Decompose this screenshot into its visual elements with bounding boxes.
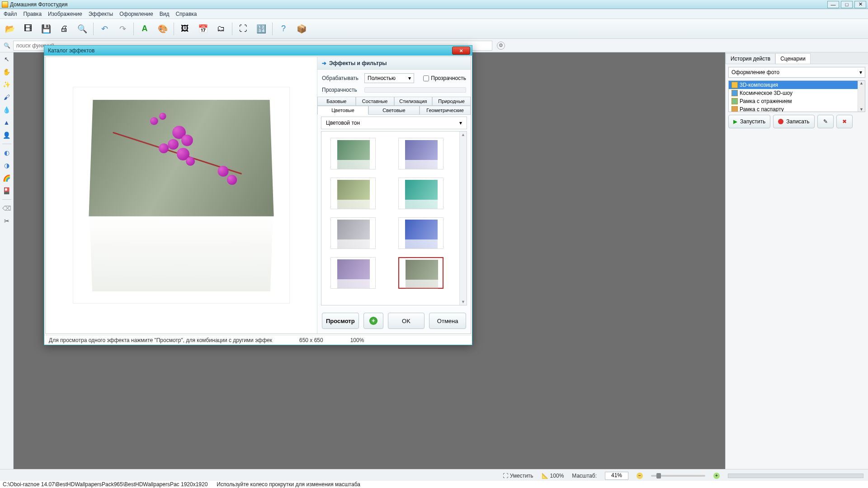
menu-file[interactable]: Файл [4,11,17,17]
maximize-button[interactable]: □ [841,1,853,8]
wand-tool[interactable]: ✨ [2,80,11,89]
text-button[interactable]: A [137,22,152,36]
arrow-icon: ➔ [322,60,326,66]
eraser-tool[interactable]: ⌫ [2,204,11,212]
tab-basic[interactable]: Базовые [317,97,356,106]
minimize-button[interactable]: — [827,1,839,8]
run-script-button[interactable]: ▶Запустить [728,115,770,128]
dialog-titlebar[interactable]: Каталог эффектов ✕ [44,46,472,56]
delete-script-button[interactable]: ✖ [836,115,853,128]
window-titlebar: Домашняя Фотостудия — □ ✕ [0,0,868,9]
separator [232,23,232,35]
fit-button[interactable]: ⛶ [236,22,250,36]
menu-image[interactable]: Изображение [48,11,82,17]
script-item-0[interactable]: 3D-композиция [729,81,865,89]
effect-thumb-1[interactable] [398,138,443,169]
menu-edit[interactable]: Правка [24,11,42,17]
blur-tool[interactable]: ◐ [2,149,11,157]
script-item-2[interactable]: Рамка с отражением [729,97,865,105]
dialog-dimensions: 650 x 650 [299,337,323,343]
image-button[interactable]: 🖼 [178,22,192,36]
package-button[interactable]: 📦 [294,22,309,36]
delete-icon: ✖ [842,118,847,125]
transparency-checkbox[interactable]: Прозрачность [423,75,466,81]
help-button[interactable]: ? [276,22,291,36]
effect-thumb-6[interactable] [330,257,376,289]
brush-tool[interactable]: 🖌 [2,93,11,101]
settings-gear-icon[interactable]: ⚙ [497,42,505,50]
zoom-value[interactable]: 41% [605,472,628,480]
menu-design[interactable]: Оформление [119,11,153,17]
effect-category-select[interactable]: Цветовой тон ▾ [321,117,467,129]
sharpen-tool[interactable]: ◑ [2,161,11,169]
effect-thumb-2[interactable] [330,178,376,209]
collage-button[interactable]: 🗂 [214,22,228,36]
tab-scripts[interactable]: Сценарии [775,53,810,64]
redo-button[interactable]: ↷ [115,22,130,36]
tab-compound[interactable]: Составные [356,97,394,106]
menu-view[interactable]: Вид [160,11,170,17]
process-select[interactable]: Полностью ▾ [364,73,414,83]
calendar-button[interactable]: 📅 [196,22,210,36]
add-effect-button[interactable]: + [363,313,383,329]
fill-tool[interactable]: ▲ [2,118,11,127]
effect-thumb-3[interactable] [398,178,443,209]
script-list[interactable]: 3D-композиция Космическое 3D-шоу Рамка с… [728,80,865,112]
save-button[interactable]: 💾 [39,22,53,36]
zoom-in-button[interactable]: + [713,473,720,479]
dialog-close-button[interactable]: ✕ [452,47,470,55]
tab-stylize[interactable]: Стилизация [394,97,433,106]
zoom-slider[interactable] [651,475,705,477]
file-path: C:\Oboi-raznoe 14.07\BestHDWallpapersPac… [3,481,208,488]
effect-thumb-4[interactable] [330,217,376,249]
palette-button[interactable]: 🎨 [156,22,170,36]
zoom-button[interactable]: 🔍 [75,22,90,36]
hand-tool[interactable]: ✋ [2,68,11,76]
script-item-3[interactable]: Рамка с паспарту [729,105,865,112]
search-icon: 🔍 [4,42,10,49]
fit-toggle[interactable]: ⛶Уместить [503,473,533,479]
preview-button[interactable]: Просмотр [322,313,359,329]
edit-script-button[interactable]: ✎ [817,115,834,128]
effect-thumb-5[interactable] [398,217,443,249]
tab-geometric[interactable]: Геометрические [420,106,471,115]
transparency-slider[interactable] [364,87,466,93]
drop-tool[interactable]: 💧 [2,106,11,114]
h-scrollbar[interactable] [728,474,863,478]
dialog-title: Каталог эффектов [48,47,94,54]
script-category-select[interactable]: Оформление фото ▾ [728,67,865,78]
gradient-tool[interactable]: 🌈 [2,174,11,182]
ok-button[interactable]: OK [388,313,425,329]
effects-section-header: ➔ Эффекты и фильтры [317,57,471,70]
menu-help[interactable]: Справка [175,11,197,17]
pointer-tool[interactable]: ↖ [2,55,11,63]
preview-image [89,100,274,216]
scrollbar[interactable] [858,81,865,112]
fit-icon: ⛶ [503,473,508,479]
dialog-zoom: 100% [350,337,364,343]
transparency-check-input[interactable] [423,75,429,81]
script-item-1[interactable]: Космическое 3D-шоу [729,89,865,97]
undo-button[interactable]: ↶ [97,22,112,36]
tab-light[interactable]: Световые [368,106,420,115]
zoom-thumb[interactable] [656,473,661,479]
print-button[interactable]: 🖨 [57,22,71,36]
clone-tool[interactable]: 👤 [2,131,11,139]
cancel-button[interactable]: Отмена [429,313,466,329]
effect-thumb-0[interactable] [330,138,376,169]
recent-button[interactable]: 🎞 [21,22,35,36]
open-button[interactable]: 📂 [3,22,17,36]
record-script-button[interactable]: Записать [773,115,814,128]
stamps-tool[interactable]: 🎴 [2,187,11,195]
close-button[interactable]: ✕ [854,1,866,8]
tab-nature[interactable]: Природные [432,97,471,106]
tab-history[interactable]: История действ [726,53,775,64]
effect-thumb-7[interactable] [398,257,443,289]
crop-tool[interactable]: ✂ [2,217,11,225]
tab-color[interactable]: Цветовые [317,106,368,115]
zoom-out-button[interactable]: − [637,473,643,479]
actual-size-toggle[interactable]: 📐100% [542,473,564,479]
actual-size-button[interactable]: 🔢 [254,22,269,36]
menu-effects[interactable]: Эффекты [89,11,113,17]
thumb-scrollbar[interactable] [459,131,467,305]
